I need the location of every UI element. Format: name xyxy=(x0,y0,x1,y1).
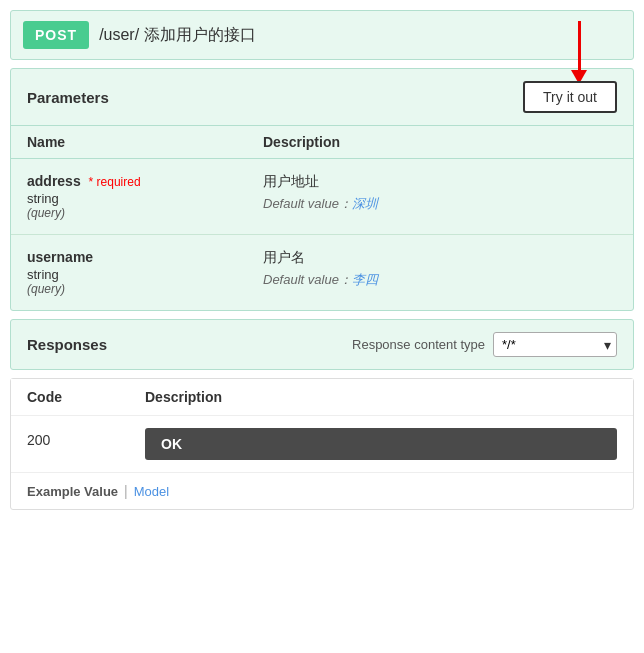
endpoint-header: POST /user/ 添加用户的接口 xyxy=(10,10,634,60)
example-model-row: Example Value | Model xyxy=(11,473,633,509)
codes-table-header: Code Description xyxy=(11,379,633,416)
model-link[interactable]: Model xyxy=(134,484,169,499)
arrow-line xyxy=(578,21,581,71)
param-name-col-username: username string (query) xyxy=(27,249,263,296)
try-it-out-button[interactable]: Try it out xyxy=(523,81,617,113)
example-value-label[interactable]: Example Value xyxy=(27,484,118,499)
param-type-username: string xyxy=(27,267,263,282)
try-it-out-container: Try it out xyxy=(523,81,617,113)
responses-title: Responses xyxy=(27,336,107,353)
red-arrow-annotation xyxy=(571,21,587,84)
param-type-address: string xyxy=(27,191,263,206)
divider-pipe: | xyxy=(124,483,128,499)
code-desc-col-header: Description xyxy=(145,389,617,405)
table-header-row: Name Description xyxy=(11,126,633,159)
param-location-address: (query) xyxy=(27,206,263,220)
param-desc-address: 用户地址 xyxy=(263,173,617,191)
parameters-title: Parameters xyxy=(27,89,109,106)
endpoint-path: /user/ 添加用户的接口 xyxy=(99,25,255,46)
param-desc-col-username: 用户名 Default value：李四 xyxy=(263,249,617,296)
page-wrapper: POST /user/ 添加用户的接口 Parameters Try it ou… xyxy=(0,0,644,653)
param-default-value-address: 深圳 xyxy=(352,196,378,211)
parameters-section: Parameters Try it out Name Description a… xyxy=(10,68,634,311)
param-name-username: username xyxy=(27,249,263,265)
params-table: Name Description address * required stri… xyxy=(11,126,633,310)
param-default-value-username: 李四 xyxy=(352,272,378,287)
method-badge: POST xyxy=(23,21,89,49)
code-col-header: Code xyxy=(27,389,145,405)
col-name-header: Name xyxy=(27,134,263,150)
responses-section: Responses Response content type */* appl… xyxy=(10,319,634,370)
response-content-type-area: Response content type */* application/js… xyxy=(352,332,617,357)
codes-section: Code Description 200 OK Example Value | … xyxy=(10,378,634,510)
endpoint-path-text: /user/ xyxy=(99,26,139,43)
param-default-username: Default value：李四 xyxy=(263,271,617,289)
ok-badge: OK xyxy=(145,428,617,460)
code-row-200: 200 OK xyxy=(11,416,633,473)
parameters-header: Parameters Try it out xyxy=(11,69,633,126)
code-value-200: 200 xyxy=(27,428,145,448)
param-location-username: (query) xyxy=(27,282,263,296)
responses-header: Responses Response content type */* appl… xyxy=(11,320,633,369)
param-desc-col-address: 用户地址 Default value：深圳 xyxy=(263,173,617,220)
code-desc-col-200: OK xyxy=(145,428,617,460)
col-desc-header: Description xyxy=(263,134,617,150)
param-desc-username: 用户名 xyxy=(263,249,617,267)
param-row-address: address * required string (query) 用户地址 D… xyxy=(11,159,633,235)
param-name-address: address * required xyxy=(27,173,263,189)
endpoint-description: 添加用户的接口 xyxy=(144,26,256,43)
param-default-address: Default value：深圳 xyxy=(263,195,617,213)
response-content-type-select[interactable]: */* application/json text/plain xyxy=(493,332,617,357)
param-name-col-address: address * required string (query) xyxy=(27,173,263,220)
param-row-username: username string (query) 用户名 Default valu… xyxy=(11,235,633,310)
response-content-type-select-wrapper[interactable]: */* application/json text/plain xyxy=(493,332,617,357)
response-content-label: Response content type xyxy=(352,337,485,352)
